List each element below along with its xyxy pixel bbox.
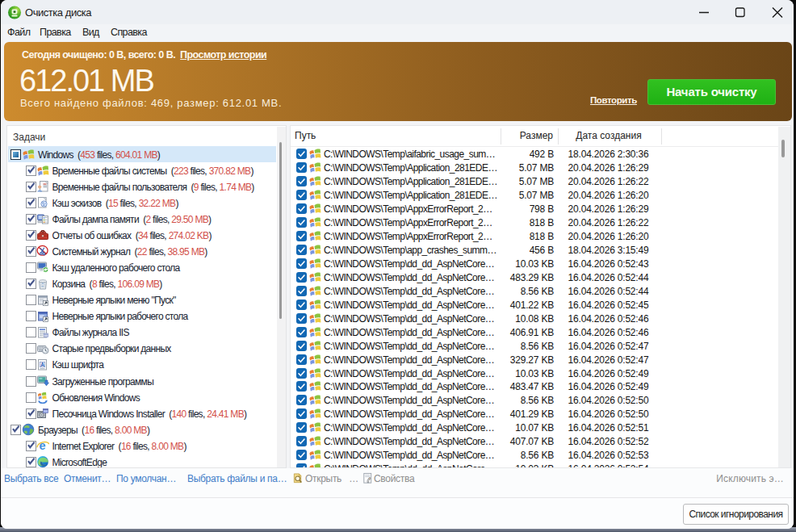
svg-text:A: A — [40, 362, 44, 367]
svg-text:e: e — [40, 439, 46, 452]
